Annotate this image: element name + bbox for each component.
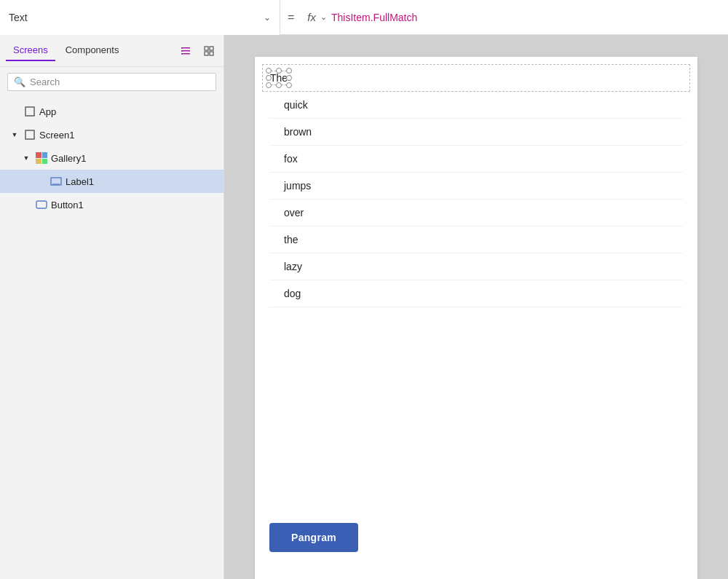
svg-rect-14 bbox=[36, 201, 47, 208]
list-item: fox bbox=[269, 146, 683, 173]
svg-rect-3 bbox=[181, 47, 183, 49]
svg-rect-4 bbox=[181, 50, 183, 52]
search-box[interactable]: 🔍 bbox=[7, 73, 216, 91]
dropdown-arrow-icon: ⌄ bbox=[264, 12, 271, 23]
handle-tr[interactable] bbox=[286, 68, 292, 74]
tree: App ▼ Screen1 ▼ Gallery1 bbox=[0, 97, 223, 579]
top-bar: Text ⌄ = fx ⌄ ThisItem.FullMatch bbox=[0, 0, 728, 35]
formula-text: ThisItem.FullMatch bbox=[331, 12, 417, 23]
tree-label-button1: Button1 bbox=[51, 200, 84, 210]
fx-chevron-icon: ⌄ bbox=[320, 12, 327, 22]
selected-label-wrapper: The bbox=[270, 72, 288, 84]
handle-tl[interactable] bbox=[266, 68, 272, 74]
screen1-expand-icon: ▼ bbox=[9, 131, 20, 138]
gallery1-icon bbox=[35, 151, 48, 165]
gallery-list: quick brown fox jumps over the lazy dog bbox=[255, 92, 697, 307]
svg-rect-9 bbox=[210, 52, 213, 55]
tree-item-app[interactable]: App bbox=[0, 100, 223, 123]
property-dropdown[interactable]: Text ⌄ bbox=[0, 0, 280, 35]
list-item: the bbox=[269, 227, 683, 253]
list-item: lazy bbox=[269, 253, 683, 280]
grid-view-icon[interactable] bbox=[200, 42, 218, 60]
svg-rect-10 bbox=[25, 107, 34, 116]
list-item: quick bbox=[269, 92, 683, 119]
equals-sign: = bbox=[280, 11, 301, 24]
handle-bm[interactable] bbox=[276, 82, 282, 88]
tree-label-screen1: Screen1 bbox=[39, 130, 74, 141]
svg-rect-5 bbox=[181, 53, 183, 55]
svg-rect-7 bbox=[210, 47, 213, 50]
property-label: Text bbox=[9, 12, 264, 23]
fx-icon: fx bbox=[307, 11, 316, 23]
tree-label-label1: Label1 bbox=[66, 176, 94, 187]
tree-item-button1[interactable]: Button1 bbox=[0, 193, 223, 216]
tree-item-label1[interactable]: Label1 bbox=[0, 170, 223, 193]
tab-icon-group bbox=[177, 42, 218, 60]
handle-tm[interactable] bbox=[276, 68, 282, 74]
svg-rect-11 bbox=[25, 130, 34, 139]
screen1-icon bbox=[23, 128, 36, 141]
list-view-icon[interactable] bbox=[177, 42, 194, 60]
search-input[interactable] bbox=[30, 76, 210, 87]
tree-label-app: App bbox=[39, 106, 56, 117]
svg-rect-6 bbox=[205, 47, 208, 50]
handle-bl[interactable] bbox=[266, 82, 272, 88]
list-item: jumps bbox=[269, 173, 683, 200]
app-icon bbox=[23, 105, 36, 118]
button1-icon bbox=[35, 198, 48, 211]
label1-icon bbox=[50, 175, 63, 188]
tree-label-gallery1: Gallery1 bbox=[51, 153, 86, 164]
search-icon: 🔍 bbox=[14, 76, 25, 87]
canvas-area: The quick brown fox bbox=[224, 35, 728, 579]
handle-ml[interactable] bbox=[266, 75, 272, 81]
tree-item-screen1[interactable]: ▼ Screen1 bbox=[0, 123, 223, 146]
pangram-button[interactable]: Pangram bbox=[269, 523, 358, 552]
sidebar: Screens Components bbox=[0, 35, 224, 579]
list-item: over bbox=[269, 200, 683, 227]
tab-screens[interactable]: Screens bbox=[6, 40, 55, 61]
gallery1-expand-icon: ▼ bbox=[20, 154, 32, 162]
list-item: brown bbox=[269, 119, 683, 146]
tab-components[interactable]: Components bbox=[58, 40, 127, 61]
formula-bar: fx ⌄ ThisItem.FullMatch bbox=[301, 11, 728, 23]
list-item: dog bbox=[269, 280, 683, 307]
svg-rect-8 bbox=[205, 52, 208, 55]
handle-br[interactable] bbox=[286, 82, 292, 88]
handle-mr[interactable] bbox=[286, 75, 292, 81]
sidebar-tabs: Screens Components bbox=[0, 35, 223, 67]
main-area: Screens Components bbox=[0, 35, 728, 579]
canvas-frame: The quick brown fox bbox=[255, 57, 697, 579]
first-gallery-item: The bbox=[262, 64, 690, 92]
tree-item-gallery1[interactable]: ▼ Gallery1 bbox=[0, 146, 223, 170]
